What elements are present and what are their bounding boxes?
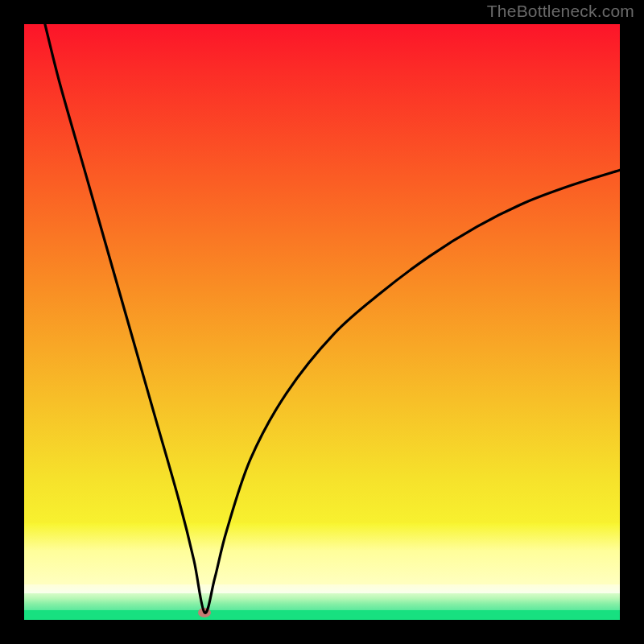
watermark-text: TheBottleneck.com bbox=[487, 2, 634, 21]
bg-gradient-main bbox=[24, 24, 620, 580]
plot-area bbox=[24, 24, 620, 620]
bg-band-green bbox=[24, 610, 620, 620]
chart-stage: TheBottleneck.com bbox=[0, 0, 644, 644]
bg-band-greenish bbox=[24, 593, 620, 611]
bg-band-paleyellow bbox=[24, 523, 620, 584]
minimum-marker bbox=[198, 608, 211, 617]
